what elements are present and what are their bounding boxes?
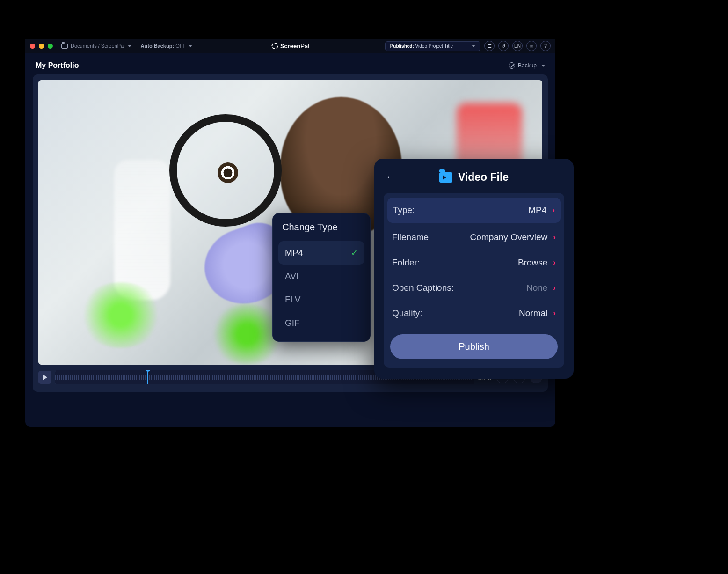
- row-filename[interactable]: Filename: Company Overview›: [384, 225, 564, 250]
- titlebar: Documents / ScreenPal Auto Backup: OFF S…: [25, 39, 555, 53]
- close-window-button[interactable]: [30, 44, 35, 49]
- minimize-window-button[interactable]: [39, 44, 44, 49]
- chevron-right-icon: ›: [553, 309, 556, 318]
- chevron-down-icon: [541, 65, 545, 67]
- video-file-panel: ← Video File Type: MP4› Filename: Compan…: [374, 159, 574, 379]
- history-icon[interactable]: ↺: [498, 41, 509, 51]
- row-folder[interactable]: Folder: Browse›: [384, 250, 564, 275]
- chevron-right-icon: ›: [553, 233, 556, 242]
- backup-dropdown[interactable]: Backup: [509, 62, 545, 69]
- list-icon[interactable]: ☰: [484, 41, 495, 51]
- page-title: My Portfolio: [36, 61, 79, 70]
- layers-icon[interactable]: ≋: [526, 41, 537, 51]
- chevron-right-icon: ›: [552, 206, 555, 215]
- chevron-down-icon[interactable]: [128, 45, 131, 47]
- chevron-right-icon: ›: [553, 258, 556, 267]
- maximize-window-button[interactable]: [48, 44, 53, 49]
- brand-logo: ScreenPal: [271, 43, 309, 50]
- row-quality[interactable]: Quality: Normal›: [384, 301, 564, 326]
- section-header: My Portfolio Backup: [25, 53, 555, 74]
- folder-icon: [61, 44, 68, 49]
- playhead[interactable]: [147, 370, 148, 384]
- project-selector[interactable]: Published: Video Project Title: [385, 41, 480, 51]
- chevron-right-icon: ›: [553, 283, 556, 293]
- type-option-avi[interactable]: AVI: [278, 265, 364, 288]
- row-captions[interactable]: Open Captions: None›: [384, 275, 564, 301]
- type-option-gif[interactable]: GIF: [278, 311, 364, 335]
- panel-title: Video File: [458, 171, 509, 184]
- autobackup-toggle[interactable]: Auto Backup: OFF: [141, 43, 186, 49]
- disabled-icon: [509, 62, 515, 69]
- back-button[interactable]: ←: [386, 171, 396, 183]
- window-controls: [30, 44, 53, 49]
- play-icon: [43, 375, 47, 380]
- brand-icon: [271, 43, 278, 49]
- breadcrumb[interactable]: Documents / ScreenPal: [71, 43, 125, 49]
- video-folder-icon: [439, 172, 452, 183]
- check-icon: ✓: [351, 248, 358, 258]
- type-option-flv[interactable]: FLV: [278, 288, 364, 311]
- publish-button[interactable]: Publish: [390, 334, 558, 359]
- change-type-title: Change Type: [282, 222, 361, 233]
- play-button[interactable]: [38, 371, 51, 384]
- chevron-down-icon[interactable]: [189, 45, 192, 47]
- change-type-popup: Change Type MP4 ✓ AVI FLV GIF: [272, 213, 371, 342]
- type-option-mp4[interactable]: MP4 ✓: [278, 241, 364, 265]
- chevron-down-icon: [472, 45, 475, 47]
- language-button[interactable]: EN: [512, 41, 523, 51]
- help-button[interactable]: ?: [540, 41, 551, 51]
- row-type[interactable]: Type: MP4›: [387, 198, 561, 223]
